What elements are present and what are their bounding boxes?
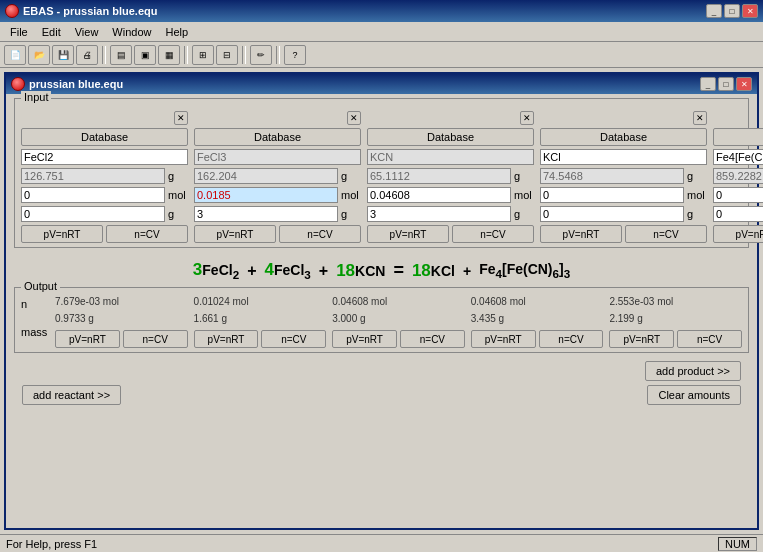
close-button[interactable]: ✕ [742,4,758,18]
compound-col-1: ✕ Database g mol [21,111,188,243]
pvnrt-btn-4[interactable]: pV=nRT [540,225,622,243]
out-pvnrt-1[interactable]: pV=nRT [55,330,120,348]
clear-amounts-button[interactable]: Clear amounts [647,385,741,405]
menu-file[interactable]: File [4,25,34,39]
n-unit-2: mol [341,189,361,201]
formula-input-4[interactable] [540,149,707,165]
title-bar-controls[interactable]: _ □ ✕ [706,4,758,18]
n-input-1[interactable] [21,187,165,203]
mass-input-3[interactable] [367,206,511,222]
menu-view[interactable]: View [69,25,105,39]
out-ncv-3[interactable]: n=CV [400,330,465,348]
inner-title-controls[interactable]: _ □ ✕ [700,77,752,91]
n-input-4[interactable] [540,187,684,203]
out-pvnrt-3[interactable]: pV=nRT [332,330,397,348]
formula-input-5[interactable] [713,149,763,165]
tool-1[interactable]: ▤ [110,45,132,65]
mass-input-4[interactable] [540,206,684,222]
mass-input-1[interactable] [21,206,165,222]
mass-unit-3: g [514,208,534,220]
mw-unit-2: g [341,170,361,182]
inner-close-button[interactable]: ✕ [736,77,752,91]
tool-3[interactable]: ▦ [158,45,180,65]
eq-p2: Fe4[Fe(CN)6]3 [479,261,570,280]
out-ncv-5[interactable]: n=CV [677,330,742,348]
out-ncv-1[interactable]: n=CV [123,330,188,348]
mass-unit-2: g [341,208,361,220]
mass-row-1: g [21,206,188,222]
new-button[interactable]: 📄 [4,45,26,65]
out-btn-row-1: pV=nRT n=CV [55,330,188,348]
menu-edit[interactable]: Edit [36,25,67,39]
ncv-btn-1[interactable]: n=CV [106,225,188,243]
menu-bar: File Edit View Window Help [0,22,763,42]
minimize-button[interactable]: _ [706,4,722,18]
database-btn-4[interactable]: Database [540,128,707,146]
inner-title-bar: prussian blue.equ _ □ ✕ [6,74,757,94]
pvnrt-btn-5[interactable]: pV=nRT [713,225,763,243]
add-reactant-button[interactable]: add reactant >> [22,385,121,405]
input-group-box: Input ✕ Database g [14,98,749,248]
n-input-2[interactable] [194,187,338,203]
inner-minimize-button[interactable]: _ [700,77,716,91]
mass-input-5[interactable] [713,206,763,222]
database-btn-5[interactable]: Database [713,128,763,146]
help-button[interactable]: ? [284,45,306,65]
inner-restore-button[interactable]: □ [718,77,734,91]
database-btn-2[interactable]: Database [194,128,361,146]
out-mass-2: 1.661 g [194,313,327,324]
mass-input-2[interactable] [194,206,338,222]
pvnrt-btn-3[interactable]: pV=nRT [367,225,449,243]
out-pvnrt-4[interactable]: pV=nRT [471,330,536,348]
ncv-btn-4[interactable]: n=CV [625,225,707,243]
bottom-right: add product >> Clear amounts [645,361,741,405]
formula-input-1[interactable] [21,149,188,165]
pvnrt-btn-2[interactable]: pV=nRT [194,225,276,243]
ncv-btn-2[interactable]: n=CV [279,225,361,243]
out-ncv-2[interactable]: n=CV [261,330,326,348]
output-col-4: 0.04608 mol 3.435 g pV=nRT n=CV [471,296,604,348]
restore-button[interactable]: □ [724,4,740,18]
out-mass-4: 3.435 g [471,313,604,324]
out-n-2: 0.01024 mol [194,296,327,307]
n-input-5[interactable] [713,187,763,203]
pencil-button[interactable]: ✏ [250,45,272,65]
save-button[interactable]: 💾 [52,45,74,65]
out-n-4: 0.04608 mol [471,296,604,307]
ncv-btn-3[interactable]: n=CV [452,225,534,243]
eq-p1: 18KCl [412,261,455,281]
tool-5[interactable]: ⊟ [216,45,238,65]
menu-window[interactable]: Window [106,25,157,39]
database-btn-3[interactable]: Database [367,128,534,146]
out-pvnrt-5[interactable]: pV=nRT [609,330,674,348]
print-button[interactable]: 🖨 [76,45,98,65]
out-btn-row-5: pV=nRT n=CV [609,330,742,348]
eq-r2: 4FeCl3 [264,260,310,281]
database-btn-1[interactable]: Database [21,128,188,146]
output-label: Output [21,280,60,292]
out-ncv-4[interactable]: n=CV [539,330,604,348]
formula-input-2[interactable] [194,149,361,165]
pvnrt-btn-1[interactable]: pV=nRT [21,225,103,243]
out-mass-1: 0.9733 g [55,313,188,324]
mw-input-5 [713,168,763,184]
formula-input-3[interactable] [367,149,534,165]
close-compound-2[interactable]: ✕ [347,111,361,125]
compound-col-3: ✕ Database g mol [367,111,534,243]
out-pvnrt-2[interactable]: pV=nRT [194,330,259,348]
n-input-3[interactable] [367,187,511,203]
n-unit-4: mol [687,189,707,201]
n-row-1: mol [21,187,188,203]
mw-unit-1: g [168,170,188,182]
formula-row-4 [540,149,707,165]
tool-4[interactable]: ⊞ [192,45,214,65]
open-button[interactable]: 📂 [28,45,50,65]
out-btn-row-4: pV=nRT n=CV [471,330,604,348]
close-compound-3[interactable]: ✕ [520,111,534,125]
menu-help[interactable]: Help [159,25,194,39]
add-product-button[interactable]: add product >> [645,361,741,381]
output-col-1: 7.679e-03 mol 0.9733 g pV=nRT n=CV [55,296,188,348]
close-compound-4[interactable]: ✕ [693,111,707,125]
tool-2[interactable]: ▣ [134,45,156,65]
close-compound-1[interactable]: ✕ [174,111,188,125]
